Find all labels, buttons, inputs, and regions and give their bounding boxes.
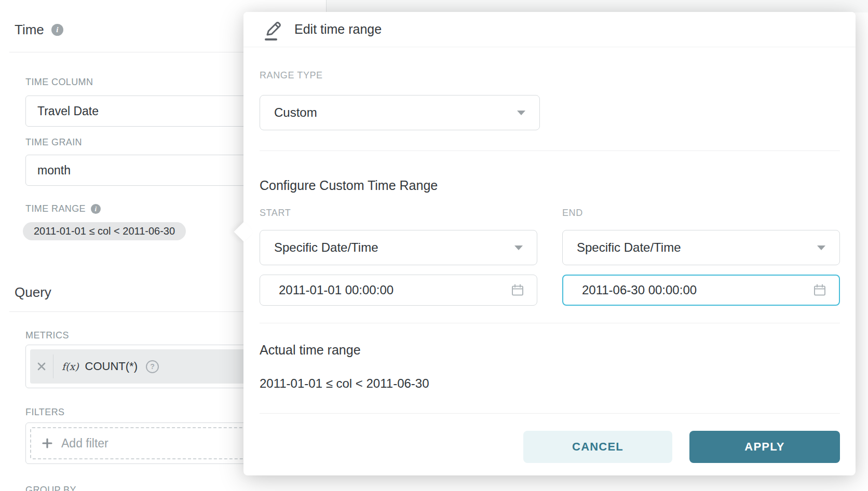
time-range-label: TIME RANGE bbox=[25, 203, 86, 214]
time-column-value: Travel Date bbox=[37, 104, 99, 118]
start-datetime-value: 2011-01-01 00:00:00 bbox=[279, 283, 394, 297]
divider bbox=[260, 151, 840, 151]
function-icon: f(x) bbox=[62, 361, 79, 372]
end-label: END bbox=[562, 208, 583, 219]
info-icon[interactable]: i bbox=[51, 24, 63, 36]
chevron-down-icon bbox=[517, 111, 525, 115]
configure-heading: Configure Custom Time Range bbox=[260, 178, 438, 193]
end-frame-value: Specific Date/Time bbox=[577, 240, 681, 255]
popover-arrow bbox=[234, 222, 253, 241]
cancel-button[interactable]: CANCEL bbox=[523, 431, 672, 463]
plus-icon bbox=[42, 438, 53, 449]
apply-button[interactable]: APPLY bbox=[689, 431, 840, 463]
time-range-pill-value: 2011-01-01 ≤ col < 2011-06-30 bbox=[34, 225, 175, 237]
query-section-title: Query bbox=[15, 284, 51, 301]
calendar-icon[interactable] bbox=[511, 283, 524, 300]
start-label: START bbox=[260, 208, 291, 219]
query-section-header: Query bbox=[15, 284, 51, 301]
chip-divider bbox=[53, 354, 53, 378]
edit-pencil-icon bbox=[262, 18, 283, 42]
start-datetime-input[interactable]: 2011-01-01 00:00:00 bbox=[260, 275, 537, 306]
explore-page: Time i TIME COLUMN Travel Date TIME GRAI… bbox=[0, 0, 868, 491]
time-column-label: TIME COLUMN bbox=[25, 77, 93, 88]
popover-title: Edit time range bbox=[294, 22, 382, 37]
filters-label: FILTERS bbox=[25, 407, 64, 418]
range-type-value: Custom bbox=[274, 105, 317, 120]
popover-header: Edit time range bbox=[243, 12, 856, 47]
metric-name: COUNT(*) bbox=[85, 360, 138, 373]
time-section-title: Time bbox=[15, 22, 44, 38]
time-section-header: Time i bbox=[15, 22, 63, 38]
range-type-label: RANGE TYPE bbox=[260, 70, 323, 81]
actual-time-range-value: 2011-01-01 ≤ col < 2011-06-30 bbox=[260, 376, 429, 391]
time-grain-label: TIME GRAIN bbox=[25, 137, 82, 148]
divider bbox=[260, 413, 840, 414]
end-frame-select[interactable]: Specific Date/Time bbox=[562, 230, 840, 265]
time-grain-value: month bbox=[37, 163, 71, 178]
chart-area-strip bbox=[327, 0, 868, 12]
chevron-down-icon bbox=[514, 246, 523, 250]
remove-metric-button[interactable] bbox=[30, 361, 53, 372]
time-range-pill[interactable]: 2011-01-01 ≤ col < 2011-06-30 bbox=[23, 222, 186, 240]
calendar-icon[interactable] bbox=[813, 283, 826, 300]
end-datetime-value: 2011-06-30 00:00:00 bbox=[582, 283, 697, 297]
range-type-select[interactable]: Custom bbox=[260, 95, 540, 130]
close-icon bbox=[36, 361, 47, 372]
end-datetime-input[interactable]: 2011-06-30 00:00:00 bbox=[562, 275, 840, 306]
divider bbox=[260, 323, 840, 323]
time-range-label-row: TIME RANGE i bbox=[25, 203, 101, 214]
add-filter-label: Add filter bbox=[61, 437, 108, 451]
chevron-down-icon bbox=[817, 246, 825, 250]
start-frame-value: Specific Date/Time bbox=[274, 240, 378, 255]
edit-time-range-popover: Edit time range RANGE TYPE Custom Config… bbox=[243, 12, 856, 475]
metrics-label: METRICS bbox=[25, 330, 69, 341]
start-frame-select[interactable]: Specific Date/Time bbox=[260, 230, 537, 265]
panel-divider-line bbox=[326, 0, 327, 12]
actual-time-range-heading: Actual time range bbox=[260, 343, 361, 358]
group-by-label: GROUP BY bbox=[25, 485, 76, 491]
question-circle-icon[interactable]: ? bbox=[146, 360, 159, 373]
info-icon[interactable]: i bbox=[91, 204, 101, 214]
